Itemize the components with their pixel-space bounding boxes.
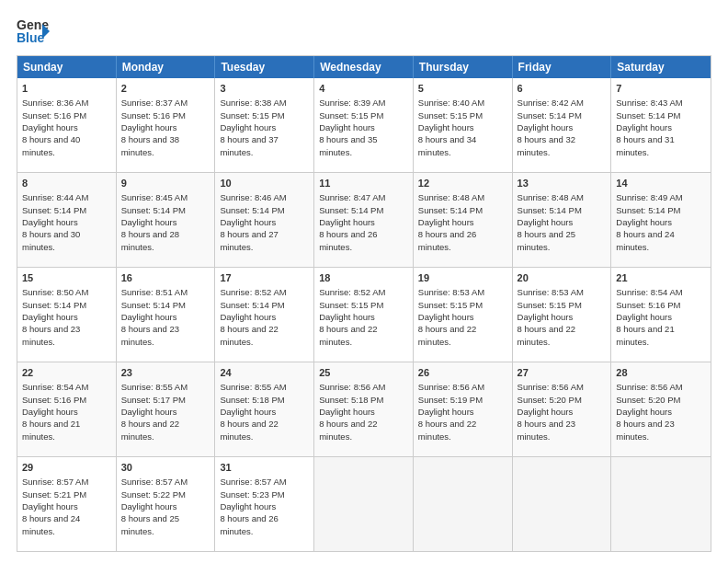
day-cell-17: 17Sunrise: 8:52 AMSunset: 5:14 PMDayligh… xyxy=(215,268,314,362)
day-cell-5: 5Sunrise: 8:40 AMSunset: 5:15 PMDaylight… xyxy=(414,78,513,172)
sunrise: Sunrise: 8:57 AM xyxy=(220,477,286,487)
day-header-saturday: Saturday xyxy=(611,56,711,78)
day-number: 11 xyxy=(319,177,408,190)
sunset: Sunset: 5:15 PM xyxy=(220,110,284,121)
day-cell-31: 31Sunrise: 8:57 AMSunset: 5:23 PMDayligh… xyxy=(215,457,314,551)
calendar-week-2: 8Sunrise: 8:44 AMSunset: 5:14 PMDaylight… xyxy=(17,172,711,267)
day-number: 17 xyxy=(220,271,309,285)
empty-cell xyxy=(314,457,414,551)
sunrise: Sunrise: 8:37 AM xyxy=(121,98,188,108)
sunset: Sunset: 5:14 PM xyxy=(518,205,582,215)
day-number: 18 xyxy=(319,271,408,285)
daylight-duration: 8 hours and 22 minutes. xyxy=(418,324,476,346)
daylight-duration: 8 hours and 24 minutes. xyxy=(616,229,674,251)
daylight-duration: 8 hours and 22 minutes. xyxy=(418,419,476,441)
sunset: Sunset: 5:16 PM xyxy=(22,110,86,121)
day-number: 14 xyxy=(616,177,706,190)
daylight-duration: 8 hours and 25 minutes. xyxy=(518,229,575,251)
daylight-duration: 8 hours and 23 minutes. xyxy=(121,324,179,346)
day-number: 26 xyxy=(418,366,507,380)
daylight-duration: 8 hours and 40 minutes. xyxy=(22,134,80,156)
daylight-duration: 8 hours and 22 minutes. xyxy=(319,324,377,346)
day-number: 3 xyxy=(220,82,309,96)
day-cell-27: 27Sunrise: 8:56 AMSunset: 5:20 PMDayligh… xyxy=(513,362,612,456)
day-cell-18: 18Sunrise: 8:52 AMSunset: 5:15 PMDayligh… xyxy=(314,268,414,362)
daylight-duration: 8 hours and 26 minutes. xyxy=(220,513,278,535)
sunset: Sunset: 5:21 PM xyxy=(22,489,86,500)
day-header-sunday: Sunday xyxy=(17,56,117,78)
daylight-label: Daylight hours xyxy=(616,312,672,322)
sunset: Sunset: 5:16 PM xyxy=(121,110,186,121)
day-cell-11: 11Sunrise: 8:47 AMSunset: 5:14 PMDayligh… xyxy=(314,173,414,267)
sunset: Sunset: 5:14 PM xyxy=(121,205,186,215)
calendar-week-1: 1Sunrise: 8:36 AMSunset: 5:16 PMDaylight… xyxy=(17,78,711,172)
sunset: Sunset: 5:20 PM xyxy=(616,395,680,405)
daylight-label: Daylight hours xyxy=(418,407,474,417)
day-cell-29: 29Sunrise: 8:57 AMSunset: 5:21 PMDayligh… xyxy=(17,457,117,551)
daylight-duration: 8 hours and 27 minutes. xyxy=(220,229,278,251)
sunset: Sunset: 5:14 PM xyxy=(22,205,86,215)
sunrise: Sunrise: 8:39 AM xyxy=(319,98,385,108)
day-cell-8: 8Sunrise: 8:44 AMSunset: 5:14 PMDaylight… xyxy=(17,173,117,267)
daylight-label: Daylight hours xyxy=(220,501,276,511)
day-cell-10: 10Sunrise: 8:46 AMSunset: 5:14 PMDayligh… xyxy=(215,173,314,267)
sunset: Sunset: 5:14 PM xyxy=(616,110,680,121)
calendar-week-5: 29Sunrise: 8:57 AMSunset: 5:21 PMDayligh… xyxy=(17,456,711,551)
sunrise: Sunrise: 8:53 AM xyxy=(418,287,484,297)
day-header-wednesday: Wednesday xyxy=(314,56,414,78)
header: General Blue xyxy=(17,15,711,48)
sunset: Sunset: 5:14 PM xyxy=(22,300,86,310)
daylight-label: Daylight hours xyxy=(22,501,78,511)
sunrise: Sunrise: 8:50 AM xyxy=(22,287,88,297)
day-number: 30 xyxy=(121,461,210,475)
sunrise: Sunrise: 8:56 AM xyxy=(518,382,584,392)
logo-icon: General Blue xyxy=(17,15,50,48)
day-number: 5 xyxy=(418,82,507,96)
day-cell-14: 14Sunrise: 8:49 AMSunset: 5:14 PMDayligh… xyxy=(611,173,711,267)
day-header-tuesday: Tuesday xyxy=(215,56,314,78)
daylight-label: Daylight hours xyxy=(319,407,375,417)
sunrise: Sunrise: 8:43 AM xyxy=(616,98,682,108)
daylight-label: Daylight hours xyxy=(616,407,672,417)
day-cell-4: 4Sunrise: 8:39 AMSunset: 5:15 PMDaylight… xyxy=(314,78,414,172)
sunrise: Sunrise: 8:53 AM xyxy=(518,287,584,297)
day-number: 27 xyxy=(518,366,607,380)
sunset: Sunset: 5:16 PM xyxy=(22,395,86,405)
daylight-duration: 8 hours and 28 minutes. xyxy=(121,229,179,251)
calendar-week-4: 22Sunrise: 8:54 AMSunset: 5:16 PMDayligh… xyxy=(17,362,711,456)
daylight-duration: 8 hours and 23 minutes. xyxy=(22,324,80,346)
day-cell-7: 7Sunrise: 8:43 AMSunset: 5:14 PMDaylight… xyxy=(611,78,711,172)
sunset: Sunset: 5:15 PM xyxy=(418,300,483,310)
day-number: 9 xyxy=(121,177,210,190)
day-cell-28: 28Sunrise: 8:56 AMSunset: 5:20 PMDayligh… xyxy=(611,362,711,456)
daylight-duration: 8 hours and 26 minutes. xyxy=(319,229,377,251)
sunset: Sunset: 5:14 PM xyxy=(121,300,186,310)
day-number: 6 xyxy=(518,82,607,96)
daylight-label: Daylight hours xyxy=(22,312,78,322)
sunset: Sunset: 5:15 PM xyxy=(319,110,383,121)
sunrise: Sunrise: 8:56 AM xyxy=(418,382,484,392)
daylight-duration: 8 hours and 21 minutes. xyxy=(22,419,80,441)
sunrise: Sunrise: 8:42 AM xyxy=(518,98,584,108)
sunrise: Sunrise: 8:57 AM xyxy=(22,477,88,487)
sunrise: Sunrise: 8:52 AM xyxy=(220,287,286,297)
daylight-label: Daylight hours xyxy=(319,122,375,132)
logo: General Blue xyxy=(17,15,50,48)
day-number: 22 xyxy=(22,366,111,380)
daylight-duration: 8 hours and 31 minutes. xyxy=(616,134,674,156)
daylight-duration: 8 hours and 22 minutes. xyxy=(121,419,179,441)
day-number: 28 xyxy=(616,366,706,380)
day-number: 24 xyxy=(220,366,309,380)
day-cell-23: 23Sunrise: 8:55 AMSunset: 5:17 PMDayligh… xyxy=(117,362,216,456)
calendar-header: SundayMondayTuesdayWednesdayThursdayFrid… xyxy=(17,56,711,78)
sunset: Sunset: 5:22 PM xyxy=(121,489,186,500)
sunrise: Sunrise: 8:44 AM xyxy=(22,192,88,202)
day-cell-2: 2Sunrise: 8:37 AMSunset: 5:16 PMDaylight… xyxy=(117,78,216,172)
svg-text:Blue: Blue xyxy=(17,30,45,45)
day-cell-19: 19Sunrise: 8:53 AMSunset: 5:15 PMDayligh… xyxy=(414,268,513,362)
sunset: Sunset: 5:20 PM xyxy=(518,395,582,405)
sunset: Sunset: 5:19 PM xyxy=(418,395,483,405)
daylight-label: Daylight hours xyxy=(220,312,276,322)
day-number: 10 xyxy=(220,177,309,190)
sunrise: Sunrise: 8:56 AM xyxy=(319,382,385,392)
